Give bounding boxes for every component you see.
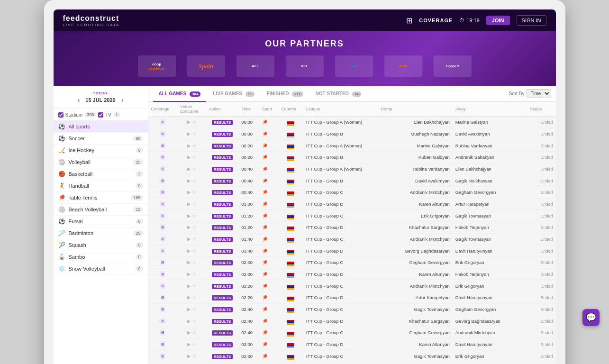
star-icon[interactable]: ☆ <box>192 189 197 195</box>
play-icon[interactable]: ▶ <box>187 189 191 195</box>
star-icon[interactable]: ☆ <box>192 306 197 312</box>
star-icon[interactable]: ☆ <box>192 213 197 218</box>
play-icon[interactable]: ▶ <box>187 224 191 230</box>
result-badge[interactable]: RESULTS <box>212 190 233 195</box>
star-icon[interactable]: ☆ <box>192 178 197 183</box>
sidebar-sport-item-handball[interactable]: 🤾 Handball 0 <box>54 180 148 192</box>
result-badge[interactable]: RESULTS <box>212 284 233 289</box>
play-icon[interactable]: ▶ <box>187 131 191 136</box>
result-badge[interactable]: RESULTS <box>212 179 233 184</box>
grid-icon[interactable]: ⊞ <box>406 16 412 25</box>
tab-not-started[interactable]: NOT STARTED 74 <box>310 86 367 102</box>
sidebar-sport-item-snow-volleyball[interactable]: ❄️ Snow Volleyball 0 <box>54 263 148 275</box>
cell-sport: 🏓 <box>259 117 279 128</box>
play-icon[interactable]: ▶ <box>187 306 191 312</box>
tab-all-games[interactable]: ALL GAMES 304 <box>153 86 207 102</box>
result-badge[interactable]: RESULTS <box>212 330 233 336</box>
sidebar-sport-item-badminton[interactable]: 🏸 Badminton 29 <box>54 228 148 239</box>
cell-away: Andranik Mkrtchyan <box>453 327 527 339</box>
result-badge[interactable]: RESULTS <box>212 155 233 160</box>
result-badge[interactable]: RESULTS <box>212 144 233 149</box>
sidebar-sport-item-volleyball[interactable]: 🏐 Volleyball 25 <box>54 156 148 168</box>
cell-away: Gagik Malkhasyan <box>453 175 527 187</box>
signin-button[interactable]: SIGN IN <box>517 15 546 26</box>
status-badge: Ended <box>540 225 553 230</box>
cell-status: Ended <box>527 175 556 187</box>
play-icon[interactable]: ▶ <box>187 166 191 172</box>
sort-select[interactable]: Time <box>527 89 551 98</box>
result-badge[interactable]: RESULTS <box>212 260 233 265</box>
sidebar-sport-item-all-sports[interactable]: ⚽ All sports <box>54 121 148 133</box>
stadium-checkbox[interactable] <box>58 112 64 118</box>
play-icon[interactable]: ▶ <box>187 154 191 160</box>
sidebar-sport-item-beach-volleyball[interactable]: 🏐 Beach Volleyball 12 <box>54 204 148 216</box>
sidebar-sport-item-ice-hockey[interactable]: 🏒 Ice Hockey 0 <box>54 145 148 156</box>
star-icon[interactable]: ☆ <box>192 271 197 277</box>
result-badge[interactable]: RESULTS <box>212 120 233 125</box>
result-badge[interactable]: RESULTS <box>212 132 233 137</box>
result-badge[interactable]: RESULTS <box>212 295 233 300</box>
coverage-icon-grid: ⊞ <box>161 307 164 311</box>
tv-checkbox[interactable] <box>98 112 103 118</box>
sidebar-sport-item-basketball[interactable]: 🏀 Basketball 2 <box>54 168 148 180</box>
play-icon[interactable]: ▶ <box>187 119 191 125</box>
sidebar-sport-item-futsal[interactable]: ⚽ Futsal 0 <box>54 216 148 228</box>
th-action: Action <box>206 102 239 117</box>
join-button[interactable]: JOIN <box>486 16 510 25</box>
play-icon[interactable]: ▶ <box>187 353 191 359</box>
star-icon[interactable]: ☆ <box>192 119 197 125</box>
cell-coverage: ⊞ <box>148 257 178 269</box>
star-icon[interactable]: ☆ <box>192 143 197 148</box>
result-badge[interactable]: RESULTS <box>212 354 233 359</box>
result-badge[interactable]: RESULTS <box>212 237 233 242</box>
star-icon[interactable]: ☆ <box>192 236 197 242</box>
result-badge[interactable]: RESULTS <box>212 225 233 230</box>
star-icon[interactable]: ☆ <box>192 248 197 254</box>
star-icon[interactable]: ☆ <box>192 341 197 347</box>
result-badge[interactable]: RESULTS <box>212 202 233 207</box>
prev-date-button[interactable]: ‹ <box>76 95 82 105</box>
star-icon[interactable]: ☆ <box>192 318 197 324</box>
result-badge[interactable]: RESULTS <box>212 319 233 324</box>
result-badge[interactable]: RESULTS <box>212 249 233 254</box>
sidebar-sport-item-soccer[interactable]: ⚽ Soccer 68 <box>54 133 148 145</box>
star-icon[interactable]: ☆ <box>192 224 197 230</box>
star-icon[interactable]: ☆ <box>192 131 197 136</box>
star-icon[interactable]: ☆ <box>192 294 197 300</box>
star-icon[interactable]: ☆ <box>192 259 197 265</box>
star-icon[interactable]: ☆ <box>192 166 197 172</box>
star-icon[interactable]: ☆ <box>192 353 197 359</box>
star-icon[interactable]: ☆ <box>192 154 197 160</box>
result-badge[interactable]: RESULTS <box>212 272 233 277</box>
play-icon[interactable]: ▶ <box>187 259 191 265</box>
star-icon[interactable]: ☆ <box>192 201 197 207</box>
th-status: Status <box>527 102 556 117</box>
play-icon[interactable]: ▶ <box>187 201 191 207</box>
result-badge[interactable]: RESULTS <box>212 214 233 219</box>
sidebar-sport-item-sambo[interactable]: 🥋 Sambo 0 <box>54 251 148 263</box>
tab-live-games[interactable]: LIVE GAMES 11 <box>207 86 260 102</box>
play-icon[interactable]: ▶ <box>187 143 191 148</box>
play-icon[interactable]: ▶ <box>187 236 191 242</box>
result-badge[interactable]: RESULTS <box>212 307 233 312</box>
star-icon[interactable]: ☆ <box>192 283 197 289</box>
play-icon[interactable]: ▶ <box>187 329 191 335</box>
chat-button[interactable]: 💬 <box>582 309 600 326</box>
play-icon[interactable]: ▶ <box>187 318 191 324</box>
sidebar-sport-item-squash[interactable]: 🎾 Squash 0 <box>54 239 148 251</box>
play-icon[interactable]: ▶ <box>187 248 191 254</box>
coverage-link[interactable]: COVERAGE <box>419 18 453 23</box>
coverage-icon-grid: ⊞ <box>161 225 164 229</box>
result-badge[interactable]: RESULTS <box>212 342 233 347</box>
star-icon[interactable]: ☆ <box>192 329 197 335</box>
play-icon[interactable]: ▶ <box>187 341 191 347</box>
play-icon[interactable]: ▶ <box>187 294 191 300</box>
play-icon[interactable]: ▶ <box>187 178 191 183</box>
play-icon[interactable]: ▶ <box>187 283 191 289</box>
result-badge[interactable]: RESULTS <box>212 167 233 172</box>
next-date-button[interactable]: › <box>119 95 126 105</box>
play-icon[interactable]: ▶ <box>187 271 191 277</box>
tab-finished[interactable]: FINISHED 211 <box>261 86 309 102</box>
play-icon[interactable]: ▶ <box>187 213 191 218</box>
sidebar-sport-item-table-tennis[interactable]: 🏓 Table Tennis 168 <box>54 192 148 204</box>
